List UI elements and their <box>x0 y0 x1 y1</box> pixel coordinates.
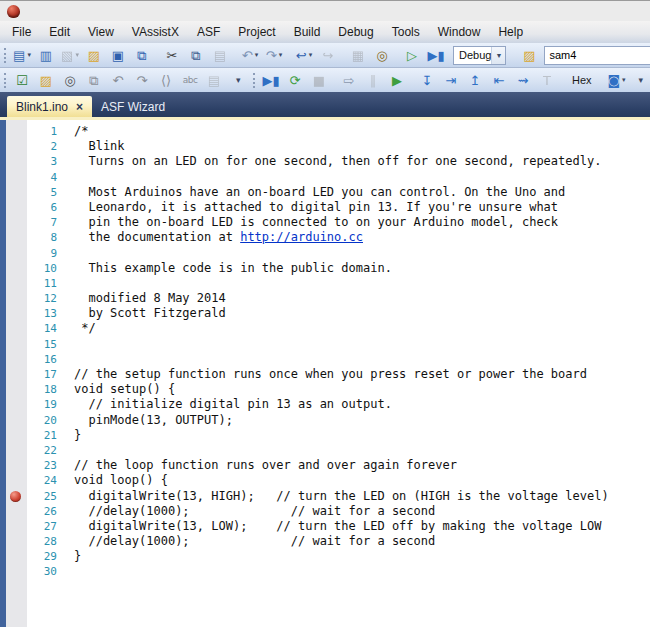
code-text[interactable]: modified 8 May 2014 <box>74 291 226 306</box>
open-folder-icon[interactable]: ▨ <box>83 45 105 65</box>
code-line-21[interactable]: 21} <box>0 428 650 443</box>
open-example-icon[interactable]: ▨ <box>35 70 57 90</box>
start-without-debugging-icon[interactable]: ▷ <box>401 45 423 65</box>
hex-display-button[interactable]: Hex <box>565 72 599 88</box>
find-in-files-icon[interactable]: ◎ <box>59 70 81 90</box>
code-text[interactable]: //delay(1000); // wait for a second <box>74 504 435 519</box>
code-text[interactable]: digitalWrite(13, LOW); // turn the LED o… <box>74 519 601 534</box>
breakpoint-margin[interactable] <box>6 200 27 215</box>
step-into-icon[interactable]: ↧ <box>416 70 438 90</box>
device-search-input[interactable] <box>544 46 650 65</box>
code-line-8[interactable]: 8 the documentation at http://arduino.cc <box>0 230 650 245</box>
code-line-11[interactable]: 11 <box>0 276 650 291</box>
code-text[interactable]: void loop() { <box>74 473 168 488</box>
tab-asf-wizard[interactable]: ASF Wizard <box>92 96 174 117</box>
breakpoint-margin[interactable] <box>6 185 27 200</box>
code-text[interactable]: the documentation at http://arduino.cc <box>74 230 363 245</box>
toolbar-grip[interactable] <box>4 48 6 63</box>
breakpoint-margin[interactable] <box>6 489 27 504</box>
code-line-19[interactable]: 19 // initialize digital pin 13 as an ou… <box>0 397 650 412</box>
breakpoint-margin[interactable] <box>6 321 27 336</box>
breakpoint-margin[interactable] <box>6 458 27 473</box>
code-text[interactable]: Most Arduinos have an on-board LED you c… <box>74 185 565 200</box>
menu-item-build[interactable]: Build <box>285 23 330 41</box>
dropdown-arrow-icon[interactable]: ▾ <box>75 51 79 59</box>
breakpoint-margin[interactable] <box>6 154 27 169</box>
breakpoint-margin[interactable] <box>6 504 27 519</box>
menu-item-help[interactable]: Help <box>489 23 532 41</box>
code-text[interactable]: /* <box>74 124 88 139</box>
asf-explorer-icon[interactable]: ☑ <box>11 70 33 90</box>
code-line-4[interactable]: 4 <box>0 170 650 185</box>
dropdown-arrow-icon[interactable]: ▼ <box>491 47 505 64</box>
breakpoint-margin[interactable] <box>6 564 27 579</box>
quick-find-icon[interactable]: ◎ <box>371 45 393 65</box>
cut-icon[interactable]: ✂ <box>161 45 183 65</box>
navigate-backward-icon[interactable]: ↩▾ <box>293 45 315 65</box>
menu-item-project[interactable]: Project <box>229 23 284 41</box>
code-text[interactable]: This example code is in the public domai… <box>74 261 392 276</box>
menu-item-window[interactable]: Window <box>429 23 490 41</box>
breakpoint-margin[interactable] <box>6 382 27 397</box>
toolbar-overflow-icon[interactable]: ▾ <box>630 70 650 90</box>
code-line-3[interactable]: 3 Turns on an LED on for one second, the… <box>0 154 650 169</box>
step-out-icon[interactable]: ↥ <box>464 70 486 90</box>
menu-item-view[interactable]: View <box>79 23 123 41</box>
breakpoint-margin[interactable] <box>6 276 27 291</box>
breakpoint-margin[interactable] <box>6 367 27 382</box>
dropdown-arrow-icon[interactable]: ▾ <box>27 51 31 59</box>
refactor-undo-icon[interactable]: ↶ <box>107 70 129 90</box>
code-editor[interactable]: 1/*2 Blink3 Turns on an LED on for one s… <box>0 120 650 627</box>
save-all-icon[interactable]: ⧉ <box>131 45 153 65</box>
dropdown-arrow-icon[interactable]: ▾ <box>255 51 259 59</box>
rename-icon[interactable]: ⧉ <box>83 70 105 90</box>
add-item-icon[interactable]: ▥ <box>35 45 57 65</box>
menu-item-vassistx[interactable]: VAssistX <box>123 23 188 41</box>
code-line-18[interactable]: 18void setup() { <box>0 382 650 397</box>
menu-item-tools[interactable]: Tools <box>383 23 429 41</box>
code-line-29[interactable]: 29} <box>0 549 650 564</box>
dropdown-arrow-icon[interactable]: ▾ <box>622 76 626 84</box>
code-line-9[interactable]: 9 <box>0 246 650 261</box>
code-text[interactable]: // the loop function runs over and over … <box>74 458 457 473</box>
toolbar-overflow-icon[interactable]: ▾ <box>227 70 249 90</box>
breakpoint-margin[interactable] <box>6 519 27 534</box>
redo-icon[interactable]: ↷▾ <box>263 45 285 65</box>
code-text[interactable]: by Scott Fitzgerald <box>74 306 226 321</box>
code-text[interactable]: digitalWrite(13, HIGH); // turn the LED … <box>74 489 609 504</box>
continue-icon[interactable]: ▶ <box>386 70 408 90</box>
breakpoint-margin[interactable] <box>6 443 27 458</box>
code-text[interactable]: */ <box>74 321 96 336</box>
breakpoint-icon[interactable] <box>10 491 21 502</box>
code-line-20[interactable]: 20 pinMode(13, OUTPUT); <box>0 413 650 428</box>
menu-item-file[interactable]: File <box>3 23 40 41</box>
start-debugging-icon[interactable]: ▶▮ <box>425 45 447 65</box>
code-text[interactable]: // initialize digital pin 13 as an outpu… <box>74 397 392 412</box>
breakpoint-margin[interactable] <box>6 124 27 139</box>
code-line-23[interactable]: 23// the loop function runs over and ove… <box>0 458 650 473</box>
code-text[interactable]: pin the on-board LED is connected to on … <box>74 215 558 230</box>
undo-icon[interactable]: ↶▾ <box>239 45 261 65</box>
step-over-icon[interactable]: ⇥ <box>440 70 462 90</box>
arduino-cc-link[interactable]: http://arduino.cc <box>240 230 363 244</box>
watch-window-icon[interactable]: ▨ <box>518 45 540 65</box>
code-line-24[interactable]: 24void loop() { <box>0 473 650 488</box>
code-line-26[interactable]: 26 //delay(1000); // wait for a second <box>0 504 650 519</box>
code-line-13[interactable]: 13 by Scott Fitzgerald <box>0 306 650 321</box>
run-to-cursor-icon[interactable]: ⇤ <box>488 70 510 90</box>
refactor-redo-icon[interactable]: ↷ <box>131 70 153 90</box>
new-file-icon[interactable]: ▤▾ <box>11 45 33 65</box>
close-icon[interactable]: × <box>76 101 83 113</box>
code-line-10[interactable]: 10 This example code is in the public do… <box>0 261 650 276</box>
breakpoint-margin[interactable] <box>6 413 27 428</box>
code-line-15[interactable]: 15 <box>0 337 650 352</box>
code-line-25[interactable]: 25 digitalWrite(13, HIGH); // turn the L… <box>0 489 650 504</box>
surround-with-icon[interactable]: ⟨⟩ <box>155 70 177 90</box>
code-line-17[interactable]: 17// the setup function runs once when y… <box>0 367 650 382</box>
configuration-combo[interactable]: Debug▼ <box>453 46 506 65</box>
breakpoint-margin[interactable] <box>6 291 27 306</box>
toolbar-grip[interactable] <box>4 73 6 88</box>
code-text[interactable]: } <box>74 549 81 564</box>
set-next-statement-icon[interactable]: ⇝ <box>512 70 534 90</box>
menu-item-edit[interactable]: Edit <box>40 23 79 41</box>
